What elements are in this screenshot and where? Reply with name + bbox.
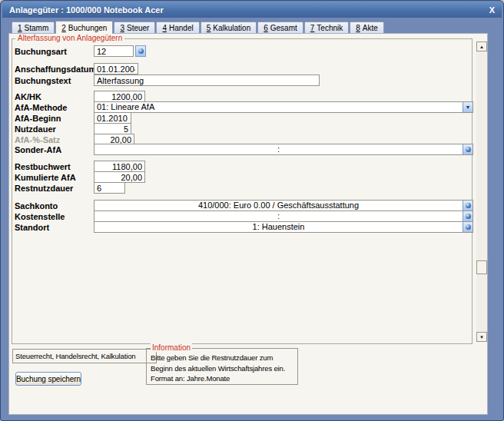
tab-label: Steuer	[127, 24, 149, 32]
close-icon[interactable]: X	[489, 5, 495, 15]
standort-value: 1: Hauenstein	[94, 222, 463, 232]
tab-mnemonic: 2	[61, 24, 66, 32]
restnutzdauer-input[interactable]	[94, 182, 125, 194]
tab-buchungen[interactable]: 2Buchungen	[55, 21, 113, 34]
tab-mnemonic: 1	[18, 24, 22, 32]
label-sachkonto: Sachkonto	[15, 201, 58, 210]
kostenstelle-value: :	[94, 211, 463, 221]
afa-methode-combobox[interactable]: 01: Lineare AfA ▼	[94, 101, 473, 113]
information-title: Information	[151, 343, 192, 352]
information-line: Format an: Jahre.Monate	[147, 373, 297, 384]
tab-stamm[interactable]: 1Stamm	[12, 22, 55, 33]
standort-combobox[interactable]: 1: Hauenstein	[94, 221, 473, 233]
lookup-icon	[466, 224, 471, 230]
status-field: Steuerrecht, Handelsrecht, Kalkulation	[12, 349, 157, 363]
tab-gesamt[interactable]: 6Gesamt	[257, 22, 303, 33]
buchungsart-input[interactable]	[94, 45, 134, 57]
tab-mnemonic: 6	[264, 24, 268, 32]
label-afa-methode: AfA-Methode	[15, 103, 67, 112]
afa-methode-dropdown-button[interactable]: ▼	[463, 102, 472, 112]
application-window: Anlagegüter : 1000/000 Notebook Acer X 1…	[0, 0, 504, 421]
tab-akte[interactable]: 8Akte	[350, 22, 384, 33]
tab-mnemonic: 8	[356, 24, 360, 32]
tab-label: Stamm	[25, 24, 49, 32]
restbuchwert-input[interactable]	[94, 161, 145, 172]
dropdown-arrow-icon: ▼	[466, 104, 471, 110]
tab-label: Buchungen	[68, 24, 108, 32]
label-sonder-afa: Sonder-AfA	[15, 145, 61, 154]
label-restbuchwert: Restbuchwert	[15, 162, 71, 171]
lookup-icon	[466, 214, 471, 219]
label-restnutzdauer: Restnutzdauer	[15, 184, 73, 193]
sonder-afa-combobox[interactable]: :	[94, 144, 473, 155]
afa-methode-value: 01: Lineare AfA	[94, 102, 463, 112]
tab-mnemonic: 7	[310, 24, 315, 32]
scrollbar-thumb[interactable]	[476, 260, 487, 274]
label-kostenstelle: Kostenstelle	[15, 212, 65, 221]
nutzdauer-input[interactable]	[94, 123, 131, 134]
label-akhk: AK/HK	[15, 92, 41, 101]
tab-bar: 1Stamm 2Buchungen 3Steuer 4Handel 5Kalku…	[12, 22, 385, 34]
buchungsart-lookup-button[interactable]	[135, 45, 146, 57]
kostenstelle-lookup-button[interactable]	[463, 211, 472, 221]
sonder-afa-lookup-button[interactable]	[463, 144, 472, 154]
tab-label: Kalkulation	[213, 24, 250, 32]
window-title: Anlagegüter : 1000/000 Notebook Acer	[2, 5, 164, 15]
tab-steuer[interactable]: 3Steuer	[114, 22, 155, 33]
akhk-input[interactable]	[94, 91, 145, 102]
fieldset-title: Alterfassung von Anlagegütern	[15, 34, 124, 42]
scroll-up-button[interactable]: ▲	[476, 41, 487, 51]
label-kumulierte-afa: Kumulierte AfA	[15, 173, 76, 182]
buchungstext-input[interactable]	[94, 75, 320, 86]
label-buchungstext: Buchungstext	[15, 76, 71, 85]
scroll-down-button[interactable]: ▼	[476, 332, 487, 342]
information-line: Bitte geben Sie die Restnutzdauer zum	[147, 353, 297, 363]
tab-mnemonic: 3	[120, 24, 124, 32]
title-bar: Anlagegüter : 1000/000 Notebook Acer X	[2, 2, 502, 18]
scroll-down-icon: ▼	[479, 335, 484, 340]
label-nutzdauer: Nutzdauer	[15, 124, 56, 134]
tab-label: Handel	[169, 24, 194, 32]
anschaffungsdatum-input[interactable]	[94, 63, 138, 75]
tab-label: Akte	[363, 24, 378, 32]
standort-lookup-button[interactable]	[463, 222, 472, 232]
tab-page-buchungen: Alterfassung von Anlagegütern Buchungsar…	[8, 33, 488, 415]
save-booking-button[interactable]: Buchung speichern	[15, 372, 81, 386]
tab-technik[interactable]: 7Technik	[304, 22, 349, 33]
information-box: Information Bitte geben Sie die Restnutz…	[146, 348, 298, 385]
lookup-icon	[466, 147, 471, 152]
kostenstelle-combobox[interactable]: :	[94, 210, 473, 222]
tab-mnemonic: 4	[162, 24, 167, 32]
information-line: Beginn des aktuellen Wirtschaftsjahres e…	[147, 363, 297, 374]
tab-mnemonic: 5	[207, 24, 211, 32]
tab-label: Gesamt	[270, 24, 297, 32]
label-standort: Standort	[15, 223, 49, 232]
lookup-icon	[466, 203, 471, 208]
label-buchungsart: Buchungsart	[15, 47, 67, 56]
scroll-up-icon: ▲	[479, 45, 484, 49]
sachkonto-value: 410/000: Euro 0.00 / Geschäftsausstattun…	[94, 201, 463, 210]
sachkonto-combobox[interactable]: 410/000: Euro 0.00 / Geschäftsausstattun…	[94, 200, 473, 211]
kumulierte-afa-input[interactable]	[94, 171, 145, 183]
lookup-icon	[138, 48, 144, 54]
afa-beginn-input[interactable]	[94, 112, 131, 124]
label-anschaffungsdatum: Anschaffungsdatum	[15, 65, 96, 74]
sachkonto-lookup-button[interactable]	[463, 201, 472, 210]
sonder-afa-value: :	[94, 144, 463, 154]
tab-kalkulation[interactable]: 5Kalkulation	[201, 22, 257, 33]
vertical-scrollbar[interactable]: ▲ ▼	[476, 41, 487, 342]
tab-label: Technik	[317, 24, 343, 32]
label-afa-beginn: AfA-Beginn	[15, 114, 61, 123]
tab-handel[interactable]: 4Handel	[156, 22, 199, 33]
label-afa-prozent-satz: AfA-%-Satz	[15, 135, 60, 144]
